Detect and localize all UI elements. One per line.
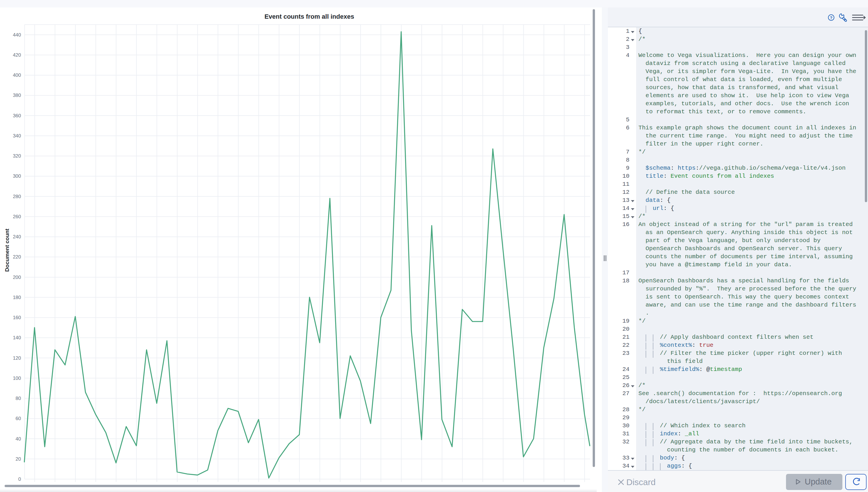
svg-text:280: 280 bbox=[13, 194, 21, 199]
svg-text:260: 260 bbox=[13, 214, 21, 219]
svg-text:0: 0 bbox=[18, 476, 21, 482]
svg-text:Event counts from all indexes: Event counts from all indexes bbox=[264, 13, 354, 20]
svg-text:140: 140 bbox=[13, 335, 21, 341]
svg-text:220: 220 bbox=[13, 254, 21, 260]
svg-text:380: 380 bbox=[13, 93, 21, 98]
svg-text:440: 440 bbox=[13, 32, 21, 38]
svg-text:320: 320 bbox=[13, 153, 21, 159]
svg-text:160: 160 bbox=[13, 315, 21, 320]
svg-text:400: 400 bbox=[13, 72, 21, 78]
svg-text:200: 200 bbox=[13, 275, 21, 280]
svg-text:300: 300 bbox=[13, 173, 21, 179]
svg-text:340: 340 bbox=[13, 133, 21, 139]
svg-text:80: 80 bbox=[16, 396, 21, 401]
svg-text:240: 240 bbox=[13, 234, 21, 240]
svg-text:120: 120 bbox=[13, 355, 21, 361]
svg-text:Document count: Document count bbox=[4, 228, 10, 272]
svg-text:180: 180 bbox=[13, 295, 21, 300]
svg-text:360: 360 bbox=[13, 113, 21, 119]
svg-text:60: 60 bbox=[16, 416, 21, 421]
svg-text:100: 100 bbox=[13, 375, 21, 381]
svg-text:20: 20 bbox=[16, 456, 21, 462]
svg-text:40: 40 bbox=[16, 436, 21, 442]
svg-text:420: 420 bbox=[13, 52, 21, 58]
